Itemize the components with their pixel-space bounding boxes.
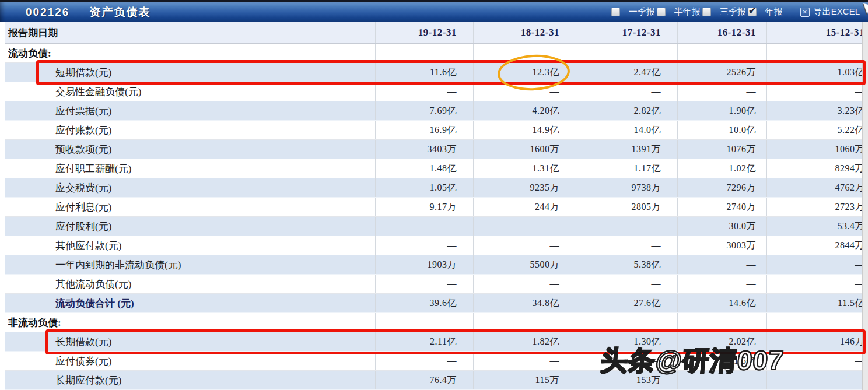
cell-value: 7296万 (678, 178, 767, 197)
table-row: 应付票据(元)7.69亿4.20亿2.82亿1.90亿3.23亿 (5, 101, 868, 121)
table-row: 应付股利(元)———30.0万53.4万 (5, 217, 868, 236)
cell-value: — (376, 275, 474, 293)
row-label: 预收款项(元) (5, 140, 376, 159)
cell-value: 5.22亿 (767, 121, 868, 139)
cell-value (576, 44, 678, 62)
table-row: 其他应付款(元)———3003万2844万 (5, 236, 868, 255)
cell-value (576, 313, 678, 332)
row-label: 短期借款(元) (5, 63, 376, 82)
cell-value: 12.3亿 (474, 63, 576, 82)
cell-value (376, 44, 474, 62)
table-header-row: 报告期日期 19-12-3118-12-3117-12-3116-12-3115… (5, 22, 868, 44)
page-edge-strip (862, 22, 868, 390)
filter-group-年报: 年报 (748, 6, 783, 17)
row-label: 应付账款(元) (5, 121, 376, 139)
row-label: 交易性金融负债(元) (5, 82, 376, 101)
cell-value (678, 313, 767, 332)
cell-value: — (576, 352, 678, 370)
cell-value: 3003万 (678, 236, 767, 255)
cell-value: — (474, 275, 576, 293)
cell-value: 2.02亿 (678, 332, 767, 351)
cell-value: — (767, 255, 868, 274)
checkbox-年报[interactable] (748, 8, 757, 16)
cell-value: 11.5亿 (767, 294, 868, 312)
cell-value: 14.0亿 (576, 121, 678, 139)
table-row: 一年内到期的非流动负债(元)1903万5500万5.38亿—— (5, 255, 868, 275)
cell-value: 1.90亿 (678, 101, 767, 120)
excel-export-icon: ✕ (800, 8, 810, 17)
balance-sheet-table: 报告期日期 19-12-3118-12-3117-12-3116-12-3115… (5, 22, 868, 390)
cell-value: — (376, 352, 474, 370)
checkbox-三季报[interactable] (702, 8, 711, 16)
row-label: 应付债券(元) (5, 352, 376, 370)
cell-value: 1076万 (678, 140, 767, 159)
cell-value: 1391万 (576, 140, 678, 159)
cell-value: — (767, 275, 868, 293)
table-row: 应付利息(元)9.17万244万2805万2740万2723万 (5, 198, 868, 217)
filter-group-三季报: 三季报 (702, 6, 746, 17)
cell-value: 10.0亿 (678, 121, 767, 139)
stock-code: 002126 (26, 6, 69, 19)
cell-value: 146万 (767, 332, 868, 351)
table-row: 其他流动负债(元)————— (5, 275, 868, 294)
report-period-filters: 一季报半年报三季报年报 (610, 6, 783, 17)
cell-value: — (576, 217, 678, 236)
cell-value: 1600万 (474, 140, 576, 159)
cell-value: 115万 (474, 371, 576, 389)
cell-value: — (376, 236, 474, 255)
table-body: 流动负债:短期借款(元)11.6亿12.3亿2.47亿2526万1.03亿交易性… (5, 44, 868, 390)
cell-value: — (576, 236, 678, 255)
cell-value: — (576, 82, 678, 101)
table-row: 流动负债合计 (元)39.6亿34.8亿27.6亿14.6亿11.5亿 (5, 294, 868, 313)
cell-value: 76.4万 (376, 371, 474, 389)
table-row: 长期借款(元)2.11亿1.82亿1.30亿2.02亿146万 (5, 332, 868, 352)
cell-value (767, 313, 868, 332)
filter-group-一季报: 一季报 (611, 6, 655, 17)
table-row: 应付职工薪酬(元)1.48亿1.31亿1.17亿1.02亿8294万 (5, 159, 868, 178)
cell-value (767, 44, 868, 62)
cell-value: — (474, 217, 576, 236)
row-label: 应交税费(元) (5, 178, 376, 197)
filter-label-三季报: 三季报 (720, 6, 746, 17)
cell-value: 1903万 (376, 255, 474, 274)
cell-value: — (678, 255, 767, 274)
checkbox-半年报[interactable] (657, 8, 666, 16)
cell-value: 1.02亿 (678, 159, 767, 178)
filter-label-半年报: 半年报 (674, 6, 701, 17)
balance-sheet-screen: 002126 资产负债表 一季报半年报三季报年报 ✕ 导出EXCEL 报告期日期… (0, 0, 868, 390)
cell-value: 16.9亿 (376, 121, 474, 139)
cell-value: 1.5亿 (678, 352, 767, 370)
cell-value: — (474, 82, 576, 101)
cell-value: — (767, 82, 868, 101)
column-header-date: 16-12-31 (678, 22, 767, 43)
cell-value: 9738万 (576, 178, 678, 197)
table-row: 应付债券(元)———1.5亿— (5, 352, 868, 371)
table-row: 交易性金融负债(元)————— (5, 82, 868, 101)
cell-value: 53.4万 (767, 217, 868, 236)
filter-label-一季报: 一季报 (629, 6, 655, 17)
cell-value: — (678, 82, 767, 101)
cell-value: 1.31亿 (474, 159, 576, 178)
filter-label-年报: 年报 (765, 6, 783, 17)
cell-value: 2805万 (576, 198, 678, 216)
titlebar: 002126 资产负债表 一季报半年报三季报年报 ✕ 导出EXCEL (0, 0, 868, 22)
cell-value: 39.6亿 (376, 294, 474, 312)
table-row: 短期借款(元)11.6亿12.3亿2.47亿2526万1.03亿 (5, 63, 868, 82)
checkbox-一季报[interactable] (611, 8, 620, 16)
cell-value: 11.6亿 (376, 63, 474, 82)
export-excel-button[interactable]: ✕ 导出EXCEL (800, 6, 860, 17)
row-label: 应付票据(元) (5, 101, 376, 120)
cell-value: 1.48亿 (376, 159, 474, 178)
row-label: 长期借款(元) (5, 332, 376, 351)
cell-value: 14.9亿 (474, 121, 576, 139)
filter-group-半年报: 半年报 (657, 6, 701, 17)
cell-value: 34.8亿 (474, 294, 576, 312)
cell-value: 1.17亿 (576, 159, 678, 178)
column-header-date: 19-12-31 (376, 22, 474, 43)
export-excel-label: 导出EXCEL (814, 6, 860, 17)
row-label: 应付职工薪酬(元) (5, 159, 376, 178)
row-label: 其他应付款(元) (5, 236, 376, 255)
row-label: 流动负债合计 (元) (5, 294, 376, 312)
column-header-date: 15-12-31 (767, 22, 868, 43)
cell-value: 2844万 (767, 236, 868, 255)
